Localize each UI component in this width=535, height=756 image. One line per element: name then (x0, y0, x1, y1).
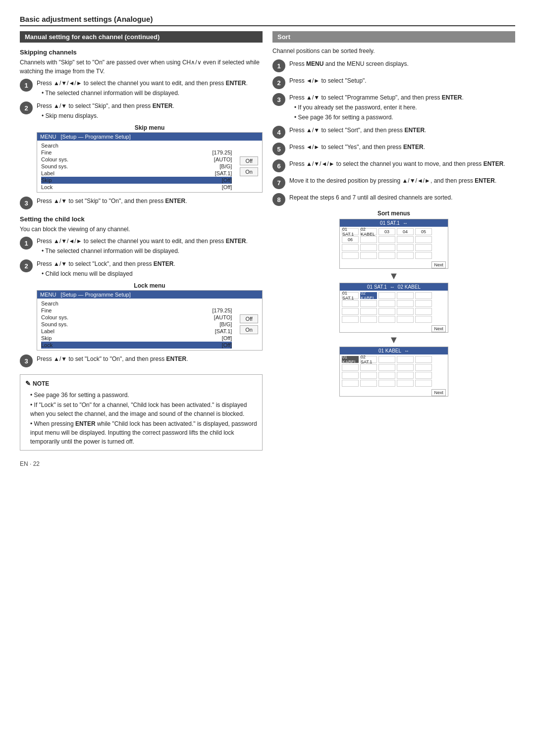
sort-d1-label: 01 SAT.1 (380, 220, 400, 226)
sort-cell (360, 380, 377, 387)
sort-cell (378, 300, 395, 307)
lock-off-btn[interactable]: Off (240, 314, 258, 323)
left-section-header: Manual setting for each channel (continu… (20, 31, 263, 43)
lock-menu-body: Search Fine[179.25] Colour sys.[AUTO] So… (37, 299, 262, 350)
sort-step-3-content: Press ▲/▼ to select "Programme Setup", a… (289, 93, 515, 122)
sort-step-5-content: Press ◄/► to select "Yes", and then pres… (289, 143, 515, 151)
sort-cell: 02 SAT.1 (360, 356, 377, 363)
sort-step-4: 4 Press ▲/▼ to select "Sort", and then p… (272, 126, 515, 139)
sort-step-3-bullet-1: If you already set the password, enter i… (294, 103, 515, 112)
sort-step-3: 3 Press ▲/▼ to select "Programme Setup",… (272, 93, 515, 122)
sort-cell (342, 308, 359, 315)
sort-cell (360, 300, 377, 307)
skip-menu-box: MENU [Setup — Programme Setup] Search Fi… (37, 132, 263, 193)
sort-cell (360, 316, 377, 323)
sort-step-7-content: Move it to the desired position by press… (289, 176, 515, 185)
sort-cell-dark: 01 KABEL (342, 356, 359, 363)
sort-cell (378, 380, 395, 387)
lmenu-row-lock: Lock[Off] (41, 342, 232, 349)
lock-step-1-bullet: The selected channel information will be… (42, 247, 263, 255)
sort-step-circle-3: 3 (272, 93, 285, 106)
sort-cell (378, 372, 395, 379)
sort-step-6-content: Press ▲/▼/◄/► to select the channel you … (289, 159, 515, 168)
sort-d2-label-right: 02 KABEL (398, 284, 421, 290)
lock-step-2: 2 Press ▲/▼ to select "Lock", and then p… (20, 259, 263, 278)
child-lock-intro: You can block the viewing of any channel… (20, 225, 263, 234)
sort-diagram-2: 01 SAT.1 ↔ 02 KABEL 01 SAT.1 02 KABEL (339, 283, 448, 333)
sort-step-5: 5 Press ◄/► to select "Yes", and then pr… (272, 143, 515, 155)
skipping-intro: Channels with "Skip" set to "On" are pas… (20, 58, 263, 76)
sort-step-circle-5: 5 (272, 143, 285, 155)
lmenu-row-label: Label[SAT.1] (41, 328, 232, 335)
sort-cell (397, 364, 414, 371)
sort-d2-label-left: 01 SAT.1 (367, 284, 387, 290)
sort-diagram-2-header: 01 SAT.1 ↔ 02 KABEL (340, 283, 448, 291)
sort-d1-next: Next (340, 261, 448, 268)
sort-step-2: 2 Press ◄/► to select "Setup". (272, 76, 515, 89)
sort-cell (378, 236, 395, 243)
sort-step-7: 7 Move it to the desired position by pre… (272, 176, 515, 189)
sort-section-header: Sort (272, 31, 515, 43)
lock-step-circle-3: 3 (20, 354, 33, 367)
menu-row-lock: Lock[Off] (41, 184, 232, 191)
sort-cell (415, 316, 432, 323)
sort-step-circle-7: 7 (272, 176, 285, 189)
note-box: NOTE See page 36 for setting a password.… (20, 374, 263, 451)
sort-cell (360, 252, 377, 259)
sort-cell (397, 252, 414, 259)
sort-d3-row-4 (342, 380, 446, 387)
lmenu-row-fine: Fine[179.25] (41, 307, 232, 314)
child-lock-title: Setting the child lock (20, 215, 263, 223)
menu-row-skip: Skip[Off] (41, 177, 232, 184)
sort-d2-row-2 (342, 300, 446, 307)
lock-step-1-content: Press ▲/▼/◄/► to select the channel you … (37, 237, 263, 255)
sort-step-1: 1 Press MENU and the MENU screen display… (272, 59, 515, 72)
sort-diagram-1-grid: 01 SAT.1 02 KABEL 03 04 05 06 (340, 227, 448, 261)
sort-cell (378, 244, 395, 251)
sort-cell: 01 SAT.1 (342, 228, 359, 235)
skip-menu-header: MENU [Setup — Programme Setup] (37, 133, 262, 141)
lock-menu-header: MENU [Setup — Programme Setup] (37, 291, 262, 299)
skip-menu-rows: Search Fine[179.25] Colour sys.[AUTO] So… (37, 141, 236, 192)
skip-step-1-bullet: The selected channel information will be… (42, 89, 263, 98)
sort-cell (342, 252, 359, 259)
lock-on-btn[interactable]: On (240, 325, 258, 334)
sort-d3-row-1: 01 KABEL 02 SAT.1 (342, 356, 446, 363)
sort-diagram-3-header: 01 KABEL ↔ (340, 347, 448, 354)
sort-cell (342, 380, 359, 387)
note-item-3: When pressing ENTER while "Child lock ha… (30, 419, 257, 446)
sort-step-3-bullet-2: See page 36 for setting a password. (294, 113, 515, 122)
sort-d3-symbol: ↔ (404, 348, 409, 353)
lmenu-row-colour: Colour sys.[AUTO] (41, 314, 232, 321)
note-item-1: See page 36 for setting a password. (30, 391, 257, 400)
page-wrapper: Basic adjustment settings (Analogue) Man… (20, 15, 515, 467)
sort-cell (397, 372, 414, 379)
sort-cell (397, 300, 414, 307)
lock-menu-buttons: Off On (236, 299, 262, 350)
page-footer: EN · 22 (20, 460, 515, 467)
sort-cell (378, 252, 395, 259)
sort-d3-label-left: 01 KABEL (378, 348, 401, 353)
sort-cell (397, 236, 414, 243)
sort-cell (415, 292, 432, 299)
sort-d2-symbol: ↔ (390, 284, 395, 290)
lmenu-row-sound: Sound sys.[B/G] (41, 321, 232, 328)
sort-cell (397, 316, 414, 323)
sort-step-8-content: Repeat the steps 6 and 7 until all desir… (289, 193, 515, 202)
sort-diagram-3: 01 KABEL ↔ 01 KABEL 02 SAT.1 (339, 347, 448, 397)
sort-cell: 05 (415, 228, 432, 235)
sort-step-circle-1: 1 (272, 59, 285, 72)
sort-d2-row-3 (342, 308, 446, 315)
sort-cell (415, 300, 432, 307)
right-column: Sort Channel positions can be sorted fre… (272, 31, 515, 451)
skip-on-btn[interactable]: On (240, 167, 258, 176)
child-lock-section: Setting the child lock You can block the… (20, 215, 263, 367)
sort-cell (415, 236, 432, 243)
skip-off-btn[interactable]: Off (240, 156, 258, 165)
sort-cell (378, 316, 395, 323)
skip-step-2-content: Press ▲/▼ to select "Skip", and then pre… (37, 101, 263, 120)
skip-step-1: 1 Press ▲/▼/◄/► to select the channel yo… (20, 79, 263, 98)
lock-step-2-content: Press ▲/▼ to select "Lock", and then pre… (37, 259, 263, 278)
lmenu-row-search: Search (41, 300, 232, 307)
sort-cell (378, 364, 395, 371)
